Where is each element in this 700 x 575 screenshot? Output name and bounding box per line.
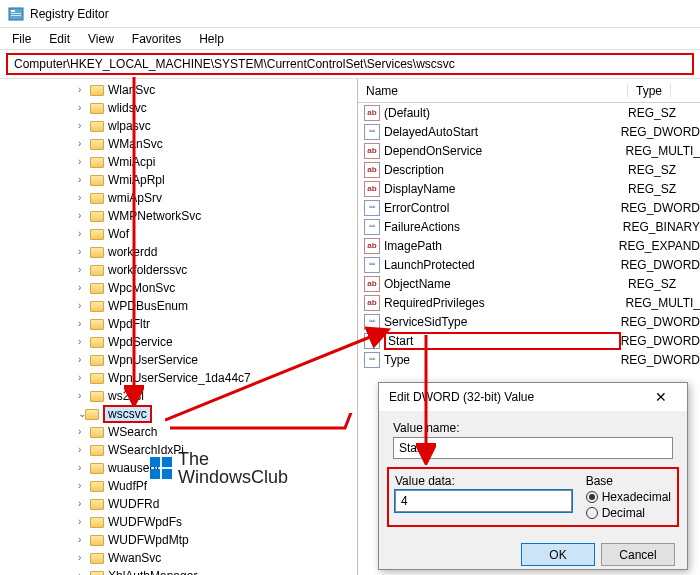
value-row[interactable]: (Default)REG_SZ	[358, 103, 700, 122]
title-bar: Registry Editor	[0, 0, 700, 28]
folder-icon	[90, 445, 104, 456]
value-row[interactable]: ErrorControlREG_DWORD	[358, 198, 700, 217]
value-row[interactable]: DependOnServiceREG_MULTI_	[358, 141, 700, 160]
tree-item[interactable]: WpnUserService_1da44c7	[0, 369, 357, 387]
binary-value-icon	[364, 124, 380, 140]
cancel-button[interactable]: Cancel	[601, 543, 675, 566]
tree-item[interactable]: wscsvc	[0, 405, 357, 423]
string-value-icon	[364, 181, 380, 197]
tree-item[interactable]: WSearch	[0, 423, 357, 441]
address-bar	[0, 50, 700, 79]
svg-rect-7	[162, 469, 172, 479]
tree-item-label: workfolderssvc	[108, 263, 187, 277]
value-type: REG_SZ	[628, 277, 676, 291]
value-row[interactable]: FailureActionsREG_BINARY	[358, 217, 700, 236]
value-name: DisplayName	[384, 182, 628, 196]
tree-item[interactable]: WpdService	[0, 333, 357, 351]
radio-dot-icon	[586, 491, 598, 503]
tree-item[interactable]: workerdd	[0, 243, 357, 261]
value-row[interactable]: ImagePathREG_EXPAND	[358, 236, 700, 255]
value-row[interactable]: LaunchProtectedREG_DWORD	[358, 255, 700, 274]
close-icon[interactable]: ✕	[645, 389, 677, 405]
tree-item[interactable]: WMPNetworkSvc	[0, 207, 357, 225]
value-row[interactable]: StartREG_DWORD	[358, 331, 700, 350]
value-name: Description	[384, 163, 628, 177]
radio-decimal[interactable]: Decimal	[586, 506, 671, 520]
value-name: Type	[384, 353, 621, 367]
tree-item[interactable]: WManSvc	[0, 135, 357, 153]
folder-icon	[90, 85, 104, 96]
tree-item[interactable]: WwanSvc	[0, 549, 357, 567]
column-name[interactable]: Name	[358, 84, 628, 98]
value-name: ObjectName	[384, 277, 628, 291]
tree-item-label: Wof	[108, 227, 129, 241]
folder-icon	[90, 139, 104, 150]
tree-item[interactable]: WmiAcpi	[0, 153, 357, 171]
value-row[interactable]: DelayedAutoStartREG_DWORD	[358, 122, 700, 141]
value-row[interactable]: ObjectNameREG_SZ	[358, 274, 700, 293]
folder-icon	[90, 301, 104, 312]
value-row[interactable]: DisplayNameREG_SZ	[358, 179, 700, 198]
values-header: Name Type	[358, 79, 700, 103]
value-row[interactable]: ServiceSidTypeREG_DWORD	[358, 312, 700, 331]
string-value-icon	[364, 295, 380, 311]
tree-item[interactable]: WpdFltr	[0, 315, 357, 333]
tree-item-label: XblAuthManager	[108, 569, 197, 575]
tree-item-label: wmiApSrv	[108, 191, 162, 205]
value-name: ImagePath	[384, 239, 619, 253]
value-type: REG_DWORD	[621, 353, 700, 367]
binary-value-icon	[364, 200, 380, 216]
folder-icon	[90, 319, 104, 330]
binary-value-icon	[364, 257, 380, 273]
value-name: Start	[384, 332, 621, 350]
tree-item[interactable]: WpnUserService	[0, 351, 357, 369]
tree-item[interactable]: WmiApRpl	[0, 171, 357, 189]
tree-item[interactable]: XblAuthManager	[0, 567, 357, 575]
string-value-icon	[364, 143, 380, 159]
folder-icon	[90, 229, 104, 240]
folder-icon	[90, 499, 104, 510]
value-name: (Default)	[384, 106, 628, 120]
menu-file[interactable]: File	[4, 30, 39, 48]
tree-item-label: WUDFWpdFs	[108, 515, 182, 529]
value-row[interactable]: RequiredPrivilegesREG_MULTI_	[358, 293, 700, 312]
folder-icon	[90, 337, 104, 348]
tree-panel[interactable]: WlanSvcwlidsvcwlpasvcWManSvcWmiAcpiWmiAp…	[0, 79, 358, 575]
tree-item[interactable]: WUDFRd	[0, 495, 357, 513]
tree-item-label: WSearch	[108, 425, 157, 439]
menu-help[interactable]: Help	[191, 30, 232, 48]
value-type: REG_BINARY	[623, 220, 700, 234]
address-input[interactable]	[6, 53, 694, 75]
tree-item[interactable]: WUDFWpdFs	[0, 513, 357, 531]
value-type: REG_EXPAND	[619, 239, 700, 253]
radio-hexadecimal[interactable]: Hexadecimal	[586, 490, 671, 504]
value-row[interactable]: TypeREG_DWORD	[358, 350, 700, 369]
tree-item[interactable]: workfolderssvc	[0, 261, 357, 279]
tree-item[interactable]: ws2ifsl	[0, 387, 357, 405]
folder-icon	[90, 283, 104, 294]
tree-item[interactable]: WlanSvc	[0, 81, 357, 99]
tree-item[interactable]: wlidsvc	[0, 99, 357, 117]
value-name-input[interactable]	[393, 437, 673, 459]
menu-favorites[interactable]: Favorites	[124, 30, 189, 48]
tree-item[interactable]: WpcMonSvc	[0, 279, 357, 297]
regedit-icon	[8, 6, 24, 22]
ok-button[interactable]: OK	[521, 543, 595, 566]
tree-item[interactable]: Wof	[0, 225, 357, 243]
tree-item[interactable]: WPDBusEnum	[0, 297, 357, 315]
folder-icon	[90, 427, 104, 438]
tree-item[interactable]: wmiApSrv	[0, 189, 357, 207]
tree-item[interactable]: WUDFWpdMtp	[0, 531, 357, 549]
menu-view[interactable]: View	[80, 30, 122, 48]
string-value-icon	[364, 276, 380, 292]
value-data-input[interactable]	[395, 490, 572, 512]
column-type[interactable]: Type	[628, 84, 671, 98]
value-name-label: Value name:	[393, 421, 673, 435]
value-type: REG_DWORD	[621, 258, 700, 272]
edit-dword-dialog: Edit DWORD (32-bit) Value ✕ Value name: …	[378, 382, 688, 570]
folder-icon	[90, 175, 104, 186]
tree-item[interactable]: wlpasvc	[0, 117, 357, 135]
menu-edit[interactable]: Edit	[41, 30, 78, 48]
value-row[interactable]: DescriptionREG_SZ	[358, 160, 700, 179]
value-type: REG_MULTI_	[626, 144, 700, 158]
